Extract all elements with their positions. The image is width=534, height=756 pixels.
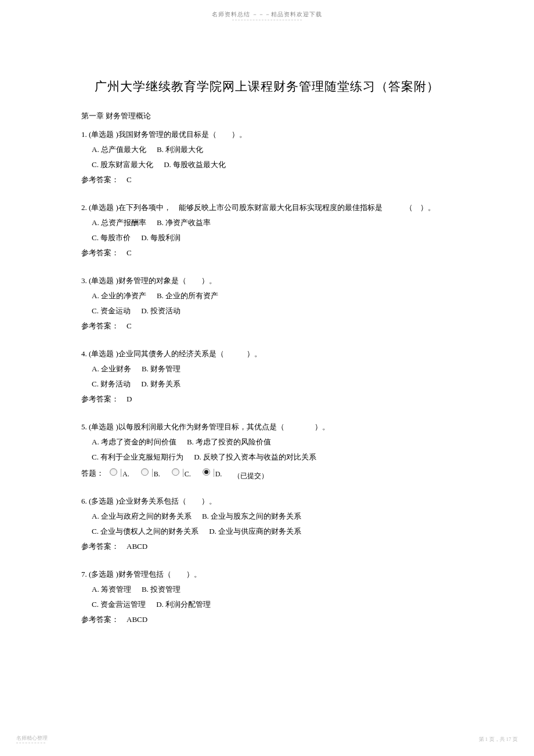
option-line: A. 企业的净资产B. 企业的所有资产: [92, 288, 453, 303]
option-label: A.: [92, 585, 101, 594]
option: B. 财务管理: [142, 361, 181, 377]
footer-left: 名师精心整理: [16, 735, 48, 743]
option-text: 企业的所有资产: [165, 291, 218, 300]
reference-answer: 参考答案： C: [81, 319, 453, 334]
option-text: 每股市价: [100, 233, 131, 242]
question-options: A. 总产值最大化B. 利润最大化C. 股东财富最大化D. 每股收益最大化: [81, 142, 453, 172]
option-text: 每股利润: [150, 233, 181, 242]
option-label: A.: [92, 145, 101, 154]
option: B. 利润最大化: [157, 142, 203, 157]
radio-divider: [121, 469, 121, 477]
page-header: 名师资料总结 －－－精品资料欢迎下载: [0, 0, 534, 20]
answer-value: C: [127, 248, 132, 257]
radio-icon[interactable]: [172, 468, 179, 476]
question-options: A. 筹资管理B. 投资管理C. 资金营运管理D. 利润分配管理: [81, 582, 453, 612]
option: B. 企业与股东之间的财务关系: [202, 509, 301, 524]
option-line: A. 考虑了资金的时间价值B. 考虑了投资的风险价值: [92, 435, 453, 450]
radio-letter: B.: [154, 467, 160, 481]
option: C. 每股市价: [92, 230, 131, 245]
option-text: 筹资管理: [101, 585, 131, 594]
option-label: D.: [141, 379, 150, 388]
question-block: 1. (单选题 )我国财务管理的最优目标是（ ）。A. 总产值最大化B. 利润最…: [81, 127, 453, 187]
option-line: A. 企业与政府之间的财务关系B. 企业与股东之间的财务关系: [92, 509, 453, 524]
question-options: A. 企业的净资产B. 企业的所有资产C. 资金运动D. 投资活动: [81, 288, 453, 319]
radio-icon[interactable]: [110, 468, 117, 476]
radio-option[interactable]: B.: [141, 465, 164, 479]
option-label: D.: [141, 306, 150, 315]
question-type: (单选题 ): [89, 203, 118, 212]
option-text: 投资管理: [150, 585, 181, 594]
option-label: C.: [92, 527, 100, 536]
radio-option[interactable]: A.: [110, 465, 133, 479]
option: A. 筹资管理: [92, 582, 131, 597]
option-text: 企业与股东之间的财务关系: [211, 512, 301, 520]
option: A. 企业财务: [92, 361, 131, 377]
answer-label: 参考答案：: [81, 542, 127, 551]
reference-answer: 参考答案： C: [81, 245, 453, 261]
radio-icon[interactable]: [141, 468, 149, 476]
question-options: A. 总资产报酬率B. 净资产收益率C. 每股市价D. 每股利润: [81, 215, 453, 245]
option-line: C. 股东财富最大化D. 每股收益最大化: [92, 157, 453, 172]
option-label: D.: [141, 233, 150, 242]
question-stem: 6. (多选题 )企业财务关系包括（ ）。: [81, 494, 453, 509]
option-label: A.: [92, 291, 101, 300]
question-number: 4.: [81, 349, 89, 358]
option-label: C.: [92, 600, 100, 609]
question-block: 5. (单选题 )以每股利润最大化作为财务管理目标，其优点是（ ）。A. 考虑了…: [81, 419, 453, 481]
option: D. 企业与供应商的财务关系: [209, 524, 301, 539]
option-text: 利润分配管理: [165, 600, 211, 609]
option-text: 总产值最大化: [101, 145, 146, 154]
option-text: 考虑了投资的风险价值: [196, 437, 271, 446]
option-line: A. 总资产报酬率B. 净资产收益率: [92, 215, 453, 230]
question-number: 5.: [81, 422, 89, 431]
answer-value: C: [127, 321, 132, 330]
option-label: B.: [202, 512, 211, 520]
option: C. 股东财富最大化: [92, 157, 153, 172]
radio-icon[interactable]: [203, 468, 210, 476]
question-stem: 3. (单选题 )财务管理的对象是（ ）。: [81, 273, 453, 288]
content-area: 广州大学继续教育学院网上课程财务管理随堂练习（答案附） 第一章 财务管理概论 1…: [0, 20, 534, 627]
question-options: A. 企业财务B. 财务管理C. 财务活动D. 财务关系: [81, 361, 453, 392]
option-text: 有利于企业克服短期行为: [100, 453, 183, 461]
option-line: A. 总产值最大化B. 利润最大化: [92, 142, 453, 157]
question-type: (单选题 ): [89, 422, 118, 431]
option: A. 总资产报酬率: [92, 215, 146, 230]
question-block: 4. (单选题 )企业同其债务人的经济关系是（ ）。A. 企业财务B. 财务管理…: [81, 346, 453, 407]
option-label: C.: [92, 233, 100, 242]
radio-divider: [152, 469, 153, 477]
answer-label: 参考答案：: [81, 395, 127, 403]
question-number: 1.: [81, 130, 89, 139]
option: A. 企业与政府之间的财务关系: [92, 509, 192, 524]
option-label: D.: [194, 453, 203, 461]
footer-left-divider: [16, 743, 45, 743]
question-stem: 5. (单选题 )以每股利润最大化作为财务管理目标，其优点是（ ）。: [81, 419, 453, 435]
option-line: C. 资金运动D. 投资活动: [92, 303, 453, 319]
answer-value: ABCD: [127, 542, 147, 551]
footer-right-text: 第 1 页，共 17 页: [479, 736, 518, 742]
question-stem: 7. (多选题 )财务管理包括（ ）。: [81, 567, 453, 582]
option-text: 企业与政府之间的财务关系: [101, 512, 192, 520]
answer-label: 参考答案：: [81, 248, 127, 257]
radio-letter: C.: [185, 467, 191, 481]
option-line: C. 资金营运管理D. 利润分配管理: [92, 597, 453, 612]
option-label: B.: [157, 291, 165, 300]
question-type: (多选题 ): [89, 497, 118, 505]
answer-label: 参考答案：: [81, 321, 127, 330]
option-text: 利润最大化: [165, 145, 203, 154]
option-text: 资金运动: [100, 306, 131, 315]
option: C. 资金营运管理: [92, 597, 146, 612]
option-label: C.: [92, 379, 100, 388]
footer-right: 第 1 页，共 17 页: [479, 736, 518, 743]
question-number: 3.: [81, 276, 89, 285]
option-label: A.: [92, 512, 101, 520]
question-text: 财务管理包括（ ）。: [118, 570, 201, 578]
option-text: 股东财富最大化: [100, 160, 153, 169]
question-text: 财务管理的对象是（ ）。: [118, 276, 217, 285]
option-label: B.: [142, 364, 150, 373]
radio-option[interactable]: D.: [203, 465, 226, 479]
option-text: 企业与债权人之间的财务关系: [100, 527, 199, 536]
option: C. 企业与债权人之间的财务关系: [92, 524, 199, 539]
option: B. 投资管理: [142, 582, 181, 597]
option-text: 财务关系: [150, 379, 181, 388]
radio-option[interactable]: C.: [172, 465, 194, 479]
